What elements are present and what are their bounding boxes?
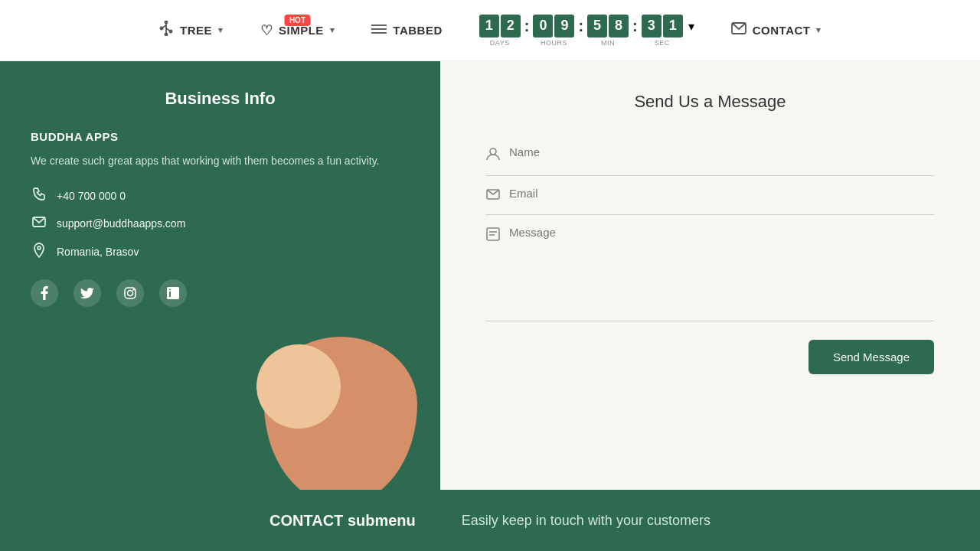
- footer: CONTACT submenu Easily keep in touch wit…: [0, 490, 980, 551]
- svg-point-5: [170, 31, 172, 33]
- countdown-timer: 1 2 DAYS : 0 9 HOURS : 5 8 MIN : 3 1: [479, 15, 694, 47]
- location-icon: [31, 243, 47, 261]
- countdown-min: 5 8 MIN: [587, 15, 629, 47]
- business-panel: Business Info BUDDHA APPS We create such…: [0, 61, 440, 490]
- hours-digit-1: 0: [533, 15, 553, 37]
- svg-point-16: [490, 148, 496, 155]
- countdown-chevron[interactable]: ▾: [688, 19, 694, 34]
- name-input[interactable]: [509, 145, 934, 158]
- company-description: We create such great apps that working w…: [31, 152, 410, 169]
- sec-digit-2: 1: [663, 15, 683, 37]
- twitter-icon[interactable]: [74, 279, 101, 307]
- nav-item-simple[interactable]: HOT ♡ SIMPLE ▾: [260, 22, 335, 39]
- tree-chevron: ▾: [218, 25, 224, 35]
- email-icon: [31, 217, 47, 230]
- sec-label: SEC: [655, 39, 670, 47]
- send-btn-row: Send Message: [486, 340, 934, 374]
- contact-chevron: ▾: [816, 25, 822, 35]
- days-digit-2: 2: [501, 15, 521, 37]
- deco-peach-circle: [256, 344, 341, 429]
- sec-digit-1: 3: [642, 15, 662, 37]
- tree-icon: [158, 21, 174, 40]
- linkedin-icon[interactable]: [159, 279, 187, 307]
- main-content: Business Info BUDDHA APPS We create such…: [0, 61, 980, 490]
- phone-number: +40 700 000 0: [57, 190, 126, 202]
- email-field-icon: [486, 188, 500, 204]
- nav-contact-label: CONTACT: [753, 24, 811, 37]
- svg-point-12: [38, 246, 41, 249]
- name-field-icon: [486, 147, 500, 165]
- nav-item-tabbed[interactable]: TABBED: [371, 22, 442, 38]
- email-field-row: [486, 176, 934, 215]
- svg-point-6: [165, 34, 168, 36]
- navbar: TREE ▾ HOT ♡ SIMPLE ▾ TABBED 1 2 DAYS: [0, 0, 980, 61]
- sep-2: :: [577, 18, 585, 35]
- form-panel: Send Us a Message: [440, 61, 980, 490]
- footer-subtitle: Easily keep in touch with your customers: [462, 513, 710, 529]
- simple-chevron: ▾: [330, 25, 335, 35]
- svg-rect-18: [487, 228, 499, 240]
- message-field-icon: [486, 227, 500, 245]
- phone-icon: [31, 187, 47, 204]
- location-text: Romania, Brasov: [57, 246, 139, 258]
- countdown-days: 1 2 DAYS: [479, 15, 521, 47]
- social-row: [31, 279, 410, 307]
- business-title: Business Info: [31, 89, 410, 109]
- sep-1: :: [523, 18, 531, 35]
- nav-item-tree[interactable]: TREE ▾: [158, 21, 224, 40]
- days-label: DAYS: [490, 39, 510, 47]
- days-digit-1: 1: [479, 15, 499, 37]
- phone-item: +40 700 000 0: [31, 187, 410, 204]
- min-label: MIN: [601, 39, 615, 47]
- svg-point-15: [133, 289, 134, 290]
- heart-icon: ♡: [260, 22, 273, 39]
- location-item: Romania, Brasov: [31, 243, 410, 261]
- email-input[interactable]: [509, 187, 934, 200]
- contact-icon: [731, 22, 746, 38]
- nav-tabbed-label: TABBED: [393, 24, 442, 37]
- nav-simple-label: SIMPLE: [279, 24, 324, 37]
- instagram-icon[interactable]: [116, 279, 144, 307]
- svg-point-14: [128, 291, 133, 296]
- hours-label: HOURS: [541, 39, 567, 47]
- countdown-sec: 3 1 SEC: [642, 15, 683, 47]
- nav-item-contact[interactable]: CONTACT ▾: [731, 22, 822, 38]
- email-item: support@buddhaapps.com: [31, 217, 410, 230]
- countdown-hours: 0 9 HOURS: [533, 15, 574, 47]
- nav-tree-label: TREE: [180, 24, 212, 37]
- message-field-row: [486, 215, 934, 321]
- email-address: support@buddhaapps.com: [57, 217, 185, 230]
- send-message-button[interactable]: Send Message: [808, 340, 934, 374]
- company-name: BUDDHA APPS: [31, 130, 410, 143]
- sep-3: :: [631, 18, 639, 35]
- hot-badge: HOT: [285, 15, 310, 26]
- svg-point-4: [161, 28, 163, 30]
- facebook-icon[interactable]: [31, 279, 58, 307]
- footer-heading: CONTACT submenu: [270, 512, 416, 530]
- hours-digit-2: 9: [554, 15, 574, 37]
- min-digit-1: 5: [587, 15, 607, 37]
- form-title: Send Us a Message: [486, 92, 934, 112]
- min-digit-2: 8: [609, 15, 629, 37]
- tabbed-icon: [371, 22, 387, 38]
- name-field-row: [486, 135, 934, 176]
- message-textarea[interactable]: [509, 226, 934, 310]
- svg-point-3: [165, 21, 168, 24]
